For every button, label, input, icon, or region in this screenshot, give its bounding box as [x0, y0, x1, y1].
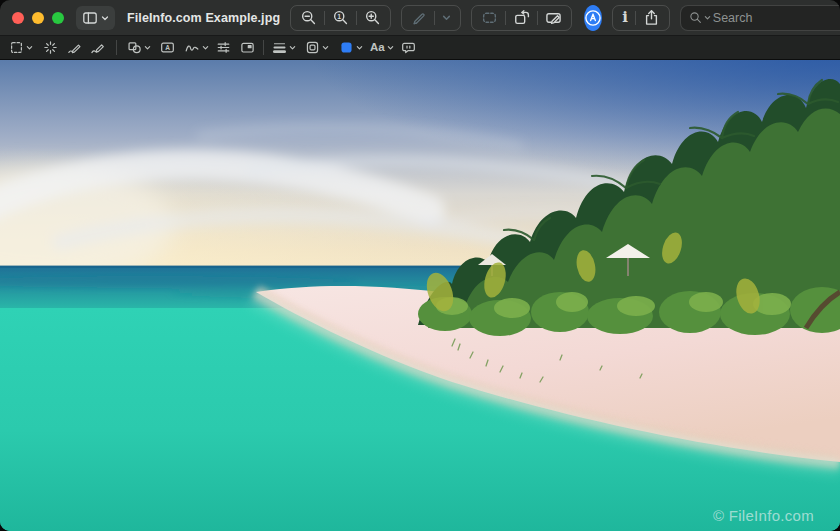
sidebar-icon — [82, 10, 98, 26]
chevron-down-icon — [356, 44, 363, 51]
pen-nib-circle-icon — [584, 9, 602, 27]
sketch-button[interactable] — [67, 40, 82, 55]
info-button[interactable]: i — [615, 7, 635, 29]
edit-button-group — [471, 5, 572, 31]
instant-alpha-button[interactable] — [43, 40, 58, 55]
magnifier-plus-icon — [364, 9, 381, 26]
shapes-button[interactable] — [127, 40, 151, 55]
chevron-down-icon — [144, 44, 151, 51]
search-field — [680, 5, 840, 31]
signature-icon — [184, 40, 200, 55]
fill-color-button[interactable] — [339, 40, 363, 55]
titlebar: FileInfo.com Example.jpg 1 — [0, 0, 840, 36]
window-title: FileInfo.com Example.jpg — [127, 11, 280, 25]
chevron-down-icon — [322, 44, 329, 51]
chevron-down-icon[interactable] — [704, 14, 711, 21]
markup-box-icon — [545, 9, 562, 26]
selection-tools-button[interactable] — [9, 40, 33, 55]
markup-active-button[interactable] — [584, 5, 602, 31]
beach-photo — [0, 60, 840, 531]
share-icon — [643, 9, 660, 26]
magnifier-minus-icon — [300, 9, 317, 26]
chevron-down-icon — [26, 44, 33, 51]
close-button[interactable] — [12, 12, 24, 24]
preview-window: FileInfo.com Example.jpg 1 — [0, 0, 840, 531]
minimize-button[interactable] — [32, 12, 44, 24]
svg-text:A: A — [165, 44, 170, 51]
pencil-button-group — [401, 5, 461, 31]
draw-button[interactable] — [90, 40, 105, 55]
resize-pane-icon — [240, 40, 255, 55]
text-tool-button[interactable]: A — [160, 40, 175, 55]
pencil-dropdown-button[interactable] — [435, 7, 458, 29]
text-style-label: Aa — [370, 42, 385, 54]
chevron-down-icon — [442, 13, 451, 22]
crop-button[interactable] — [474, 7, 505, 29]
chevron-down-icon — [387, 44, 394, 51]
chevron-down-icon — [202, 44, 209, 51]
zoom-in-button[interactable] — [357, 7, 388, 29]
text-box-icon: A — [160, 40, 175, 55]
shape-style-button[interactable] — [272, 40, 296, 55]
zoom-out-button[interactable] — [293, 7, 324, 29]
sidebar-toggle-button[interactable] — [76, 6, 115, 30]
adjust-size-button[interactable] — [240, 40, 255, 55]
crop-selection-icon — [481, 9, 498, 26]
chevron-down-icon — [289, 44, 296, 51]
info-share-group: i — [612, 5, 670, 31]
search-icon — [689, 11, 702, 24]
speech-bubble-icon — [401, 40, 416, 55]
svg-text:1: 1 — [337, 13, 341, 20]
draw-marker-icon — [90, 40, 105, 55]
share-button[interactable] — [636, 7, 667, 29]
selection-rect-icon — [9, 40, 24, 55]
rotate-icon — [513, 9, 530, 26]
search-input[interactable] — [713, 11, 840, 25]
fill-color-swatch-icon — [339, 40, 354, 55]
actual-size-button[interactable]: 1 — [325, 7, 356, 29]
sparkle-icon — [43, 40, 58, 55]
line-weight-icon — [272, 40, 287, 55]
info-icon: i — [622, 10, 628, 25]
border-color-icon — [305, 40, 320, 55]
markup-toolbar: A — [0, 36, 840, 60]
toolbar-separator — [263, 40, 264, 55]
pencil-markup-button[interactable] — [404, 7, 434, 29]
show-markup-toolbar-button[interactable] — [538, 7, 569, 29]
zoom-button-group: 1 — [290, 5, 391, 31]
annotate-button[interactable] — [401, 40, 416, 55]
border-color-button[interactable] — [305, 40, 329, 55]
text-style-button[interactable]: Aa — [370, 42, 394, 54]
photo-canvas[interactable]: © FileInfo.com — [0, 60, 840, 531]
toolbar-separator — [116, 40, 117, 55]
sign-button[interactable] — [184, 40, 209, 55]
chevron-down-icon — [101, 14, 109, 22]
sliders-icon — [216, 40, 231, 55]
window-controls — [12, 12, 64, 24]
shapes-icon — [127, 40, 142, 55]
pencil-icon — [411, 10, 427, 26]
rotate-button[interactable] — [506, 7, 537, 29]
fullscreen-button[interactable] — [52, 12, 64, 24]
adjust-color-button[interactable] — [216, 40, 231, 55]
magnifier-one-icon: 1 — [332, 9, 349, 26]
watermark: © FileInfo.com — [713, 507, 814, 524]
sketch-pen-icon — [67, 40, 82, 55]
